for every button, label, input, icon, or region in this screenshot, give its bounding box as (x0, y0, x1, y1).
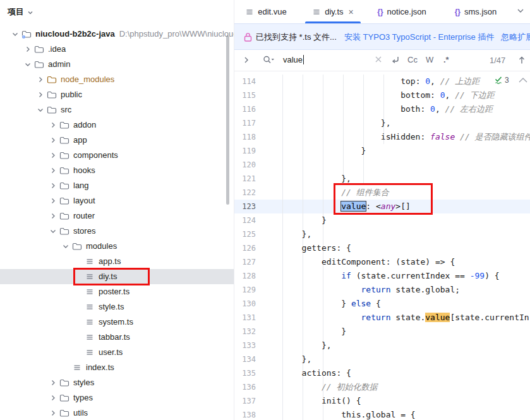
tab-overflow-chevron-icon[interactable] (516, 6, 525, 15)
line-number: 118 (234, 130, 256, 144)
tree-item-app.ts[interactable]: app.ts (0, 254, 234, 269)
chevron-collapsed-icon[interactable] (48, 150, 58, 160)
tree-item-niucloud-b2b2c-java[interactable]: niucloud-b2b2c-javaD:\phpstudy_pro\WWW\n… (0, 27, 234, 42)
chevron-up-icon[interactable] (517, 76, 530, 84)
inspections-ok-check-icon (494, 76, 503, 85)
regex-toggle[interactable]: .* (443, 55, 449, 64)
code-editor[interactable]: 114top: 0, // 上边距115bottom: 0, // 下边距116… (234, 71, 530, 420)
tree-item-node-modules[interactable]: node_modules (0, 72, 234, 87)
code-line-121[interactable]: 121}, (234, 172, 530, 186)
code-line-124[interactable]: 124} (234, 213, 530, 227)
code-line-127[interactable]: 127editComponent: (state) => { (234, 255, 530, 269)
tree-item-style.ts[interactable]: style.ts (0, 299, 234, 315)
whole-words-toggle[interactable]: W (426, 55, 433, 64)
text-file-icon (85, 332, 95, 342)
code-line-125[interactable]: 125}, (234, 227, 530, 241)
chevron-collapsed-icon[interactable] (48, 408, 58, 418)
tree-item-layout[interactable]: layout (0, 193, 234, 208)
code-line-131[interactable]: 131return state.value[state.currentIn (234, 311, 530, 325)
close-tab-icon[interactable]: × (349, 8, 354, 16)
chevron-collapsed-icon[interactable] (48, 196, 58, 206)
chevron-expanded-icon[interactable] (23, 59, 33, 69)
tab-edit.vue[interactable]: edit.vue (237, 0, 295, 23)
code-line-136[interactable]: 136// 初始化数据 (234, 380, 530, 394)
inspections-widget[interactable]: 3 (494, 76, 530, 85)
tree-item-system.ts[interactable]: system.ts (0, 315, 234, 330)
chevron-collapsed-icon[interactable] (48, 165, 58, 176)
chevron-expanded-icon[interactable] (48, 226, 58, 236)
tree-item-label: types (73, 390, 93, 405)
search-match-highlight: value (425, 313, 450, 322)
search-icon[interactable] (262, 55, 275, 65)
search-input[interactable]: value (283, 55, 304, 64)
tree-item-router[interactable]: router (0, 208, 234, 224)
chevron-collapsed-icon[interactable] (48, 378, 58, 388)
code-line-137[interactable]: 137init() { (234, 394, 530, 408)
tree-item-label: router (73, 208, 95, 224)
chevron-collapsed-icon[interactable] (48, 120, 58, 130)
code-line-138[interactable]: 138this.global = { (234, 408, 530, 420)
project-panel-header[interactable]: 项目 (8, 5, 33, 19)
code-line-123[interactable]: 123value: <any>[] (234, 200, 530, 213)
code-line-135[interactable]: 135actions: { (234, 366, 530, 380)
code-line-128[interactable]: 128if (state.currentIndex == -99) { (234, 269, 530, 283)
code-line-119[interactable]: 119} (234, 144, 530, 158)
code-line-114[interactable]: 114top: 0, // 上边距 (234, 75, 530, 88)
tree-item-src[interactable]: src (0, 102, 234, 117)
tree-item-user.ts[interactable]: user.ts (0, 345, 234, 360)
tree-item-diy.ts[interactable]: diy.ts (0, 269, 234, 284)
tab-diy.ts[interactable]: diy.ts× (300, 0, 366, 23)
code-line-133[interactable]: 133}, (234, 339, 530, 352)
code-line-120[interactable]: 120 (234, 158, 530, 172)
tree-item-utils[interactable]: utils (0, 405, 234, 420)
tab-notice.json[interactable]: {}notice.json (371, 0, 433, 23)
tree-item-app[interactable]: app (0, 133, 234, 148)
match-case-toggle[interactable]: Cc (407, 55, 418, 64)
chevron-collapsed-icon[interactable] (48, 211, 58, 221)
chevron-collapsed-icon[interactable] (48, 393, 58, 403)
expand-replace-chevron-icon[interactable] (242, 56, 251, 64)
code-line-115[interactable]: 115bottom: 0, // 下边距 (234, 88, 530, 102)
code-line-117[interactable]: 117}, (234, 116, 530, 130)
tree-item-styles[interactable]: styles (0, 375, 234, 390)
code-line-132[interactable]: 132} (234, 325, 530, 339)
chevron-expanded-icon[interactable] (61, 241, 71, 251)
tree-item-public[interactable]: public (0, 87, 234, 102)
tab-sms.json[interactable]: {}sms.json (447, 0, 505, 23)
chevron-collapsed-icon[interactable] (35, 90, 45, 100)
code-line-116[interactable]: 116both: 0, // 左右边距 (234, 102, 530, 116)
code-line-134[interactable]: 134}, (234, 352, 530, 366)
chevron-expanded-icon[interactable] (35, 105, 45, 115)
tree-item-types[interactable]: types (0, 390, 234, 405)
code-line-122[interactable]: 122// 组件集合 (234, 186, 530, 200)
tree-item-modules[interactable]: modules (0, 239, 234, 254)
code-line-130[interactable]: 130} else { (234, 297, 530, 311)
chevron-collapsed-icon[interactable] (23, 44, 33, 54)
tree-item-.idea[interactable]: .idea (0, 42, 234, 57)
install-plugin-link[interactable]: 安装 TYPO3 TypoScript - Enterprise 插件 (344, 32, 494, 43)
chevron-expanded-icon[interactable] (10, 29, 20, 39)
tree-scrollbar[interactable] (226, 35, 229, 205)
chevron-collapsed-icon[interactable] (48, 181, 58, 191)
chevron-collapsed-icon[interactable] (48, 135, 58, 145)
code-line-126[interactable]: 126getters: { (234, 241, 530, 255)
line-number: 117 (234, 116, 256, 130)
text-file-icon (85, 317, 95, 327)
ignore-extension-link[interactable]: 忽略扩展名 (501, 32, 530, 43)
chevron-collapsed-icon[interactable] (35, 75, 45, 85)
tree-item-addon[interactable]: addon (0, 117, 234, 133)
tree-item-poster.ts[interactable]: poster.ts (0, 284, 234, 299)
tree-item-hooks[interactable]: hooks (0, 163, 234, 178)
folder-icon (59, 378, 69, 388)
newline-toggle-icon[interactable] (390, 56, 401, 64)
tree-item-components[interactable]: components (0, 148, 234, 163)
tree-item-admin[interactable]: admin (0, 57, 234, 72)
previous-match-arrow-icon[interactable] (517, 56, 526, 65)
code-line-129[interactable]: 129return state.global; (234, 283, 530, 297)
tree-item-lang[interactable]: lang (0, 178, 234, 193)
code-line-118[interactable]: 118isHidden: false // 是否隐藏该组件 (234, 130, 530, 144)
tree-item-tabbar.ts[interactable]: tabbar.ts (0, 330, 234, 345)
tree-item-stores[interactable]: stores (0, 224, 234, 239)
clear-search-icon[interactable] (375, 56, 382, 63)
tree-item-index.ts[interactable]: index.ts (0, 360, 234, 375)
